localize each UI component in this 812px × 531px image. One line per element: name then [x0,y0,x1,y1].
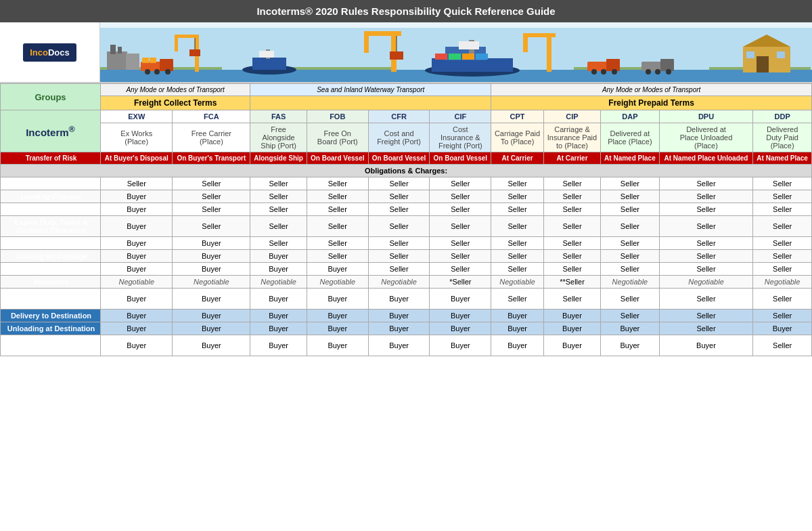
code-dap: DAP [601,110,660,123]
name-cpt: Carriage PaidTo (Place) [491,123,544,152]
code-cfr: CFR [368,110,430,123]
val-cfr-8: Buyer [368,289,430,310]
name-fob: Free OnBoard (Port) [307,123,368,152]
name-cif: CostInsurance &Freight (Port) [430,123,491,152]
label-export-packaging: Export Packaging [1,177,101,190]
val-fob-7: Negotiable [307,276,368,289]
val-fca-11: Buyer [173,335,250,356]
val-cpt-7: Negotiable [491,276,544,289]
svg-rect-57 [777,51,785,58]
transport-sea: Sea and Inland Waterway Transport [250,84,491,96]
row-carriage-charges: Carriage Charges BuyerBuyerBuyerBuyerSel… [1,263,812,276]
val-exw-0: Seller [101,177,173,190]
val-fca-7: Negotiable [173,276,250,289]
val-dap-2: Seller [601,203,660,216]
val-fca-0: Seller [173,177,250,190]
val-ddp-10: Buyer [753,322,812,335]
svg-rect-25 [259,51,274,58]
val-dap-5: Seller [601,250,660,263]
code-fca: FCA [173,110,250,123]
row-loading-charges: Loading Charges BuyerSellerSellerSellerS… [1,190,812,203]
val-dap-7: Negotiable [601,276,660,289]
row-delivery-dest: Delivery to Destination BuyerBuyerBuyerB… [1,310,812,322]
svg-rect-49 [660,59,674,71]
val-cip-4: Seller [543,237,600,250]
val-fas-4: Seller [250,237,307,250]
val-cif-6: Seller [430,263,491,276]
val-fca-2: Seller [173,203,250,216]
svg-rect-8 [118,47,122,54]
illustration [100,22,812,82]
val-cpt-8: Seller [491,289,544,310]
row-import-duty: Import Duty, Taxes & Customs Clearance B… [1,335,812,356]
val-dpu-6: Seller [659,263,753,276]
val-fas-1: Seller [250,190,307,203]
val-dap-10: Buyer [601,322,660,335]
transport-any-2: Any Mode or Modes of Transport [491,84,812,96]
val-cip-8: Seller [543,289,600,310]
val-fca-10: Buyer [173,322,250,335]
val-cif-7: *Seller [430,276,491,289]
svg-point-52 [666,69,671,75]
val-cip-5: Seller [543,250,600,263]
val-cif-3: Seller [430,216,491,237]
svg-point-12 [145,69,150,75]
obligations-header: Obligations & Charges: [1,165,812,177]
code-exw: EXW [101,110,173,123]
val-cpt-11: Buyer [491,335,544,356]
row-unloading: Unloading at Destination BuyerBuyerBuyer… [1,322,812,335]
val-dap-11: Buyer [601,335,660,356]
val-cfr-2: Seller [368,203,430,216]
val-exw-3: Buyer [101,216,173,237]
svg-point-50 [646,69,651,75]
svg-rect-11 [160,59,173,71]
incoterm-label: Incoterm® [1,110,101,152]
val-cpt-10: Buyer [491,322,544,335]
val-cip-2: Seller [543,203,600,216]
val-fas-3: Seller [250,216,307,237]
val-exw-1: Buyer [101,190,173,203]
freight-terms-row: Groups Any Mode or Modes of Transport Se… [1,84,812,96]
row-export-packaging: Export Packaging SellerSellerSellerSelle… [1,177,812,190]
svg-rect-44 [606,59,620,71]
label-origin-terminal: Origin Terminal Charges [1,237,101,250]
val-fob-4: Seller [307,237,368,250]
incoterm-names-row: Ex Works(Place) Free Carrier(Place) Free… [1,123,812,152]
incoterm-codes-row: Incoterm® EXW FCA FAS FOB CFR CIF CPT CI… [1,110,812,123]
svg-rect-42 [523,37,528,52]
val-dap-9: Seller [601,310,660,322]
val-fas-6: Buyer [250,263,307,276]
val-dpu-5: Seller [659,250,753,263]
val-dap-6: Seller [601,263,660,276]
val-exw-5: Buyer [101,250,173,263]
val-cif-1: Seller [430,190,491,203]
row-delivery-port: Delivery to Port/Place BuyerSellerSeller… [1,203,812,216]
svg-rect-40 [547,33,551,72]
svg-rect-18 [175,35,199,38]
val-fob-5: Seller [307,250,368,263]
val-dap-0: Seller [601,177,660,190]
val-ddp-11: Seller [753,335,812,356]
val-cpt-5: Seller [491,250,544,263]
main-table: Groups Any Mode or Modes of Transport Se… [0,83,812,356]
val-fob-1: Seller [307,190,368,203]
risk-cif: On Board Vessel [430,152,491,165]
label-insurance: Insurance [1,276,101,289]
risk-fas: Alongside Ship [250,152,307,165]
val-fca-6: Buyer [173,263,250,276]
name-dpu: Delivered atPlace Unloaded(Place) [659,123,753,152]
obligations-header-row: Obligations & Charges: [1,165,812,177]
val-fca-5: Buyer [173,250,250,263]
svg-rect-35 [459,41,479,49]
val-fca-3: Seller [173,216,250,237]
val-cpt-2: Seller [491,203,544,216]
val-fob-8: Buyer [307,289,368,310]
val-fas-7: Negotiable [250,276,307,289]
val-cip-3: Seller [543,216,600,237]
label-export-duty: Export Duty, Taxes & Customs Clearance [1,216,101,237]
val-fca-9: Buyer [173,310,250,322]
val-exw-7: Negotiable [101,276,173,289]
val-cif-9: Buyer [430,310,491,322]
val-fca-1: Seller [173,190,250,203]
risk-cip: At Carrier [543,152,600,165]
